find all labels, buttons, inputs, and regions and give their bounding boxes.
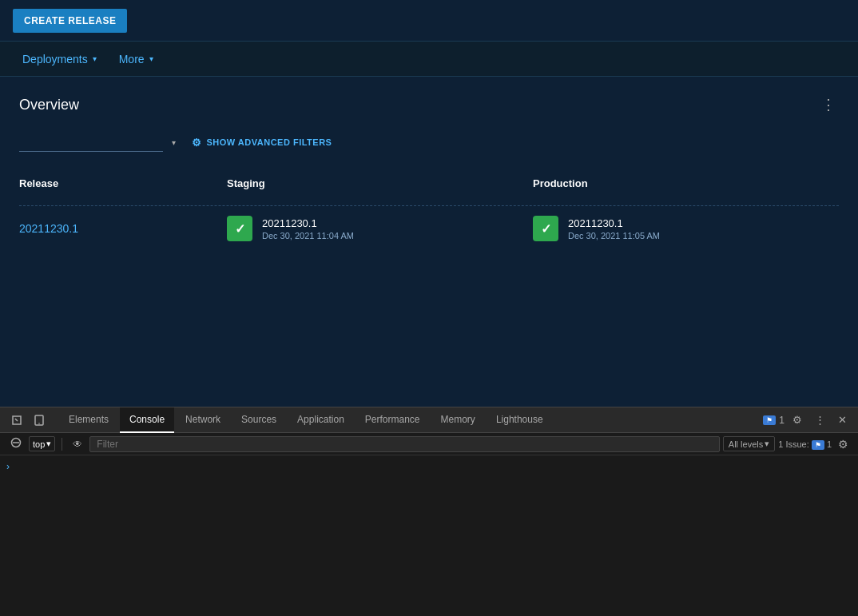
staging-version: 20211230.1	[262, 217, 354, 229]
console-filter-input[interactable]	[89, 436, 720, 452]
header-staging: Staging	[227, 177, 533, 189]
more-nav-item[interactable]: More ▾	[109, 45, 163, 74]
top-selector-chevron: ▾	[46, 439, 51, 449]
top-selector[interactable]: top ▾	[29, 436, 55, 451]
issue-count-label: 1 Issue: ⚑ 1	[778, 439, 832, 449]
filter-chevron-icon: ▾	[172, 138, 176, 147]
production-date: Dec 30, 2021 11:05 AM	[568, 231, 660, 240]
deployments-chevron-icon: ▾	[93, 54, 97, 63]
staging-cell: ✓ 20211230.1 Dec 30, 2021 11:04 AM	[227, 216, 533, 241]
overview-header: Overview ⋮	[19, 93, 839, 117]
table-row: 20211230.1 ✓ 20211230.1 Dec 30, 2021 11:…	[19, 205, 839, 251]
flag-icon: ⚑	[763, 415, 776, 425]
console-input-chevron[interactable]: ›	[6, 461, 10, 472]
console-eye-icon[interactable]: 👁	[69, 437, 86, 451]
release-cell: 20211230.1	[19, 221, 227, 236]
deployments-nav-item[interactable]: Deployments ▾	[13, 45, 106, 74]
more-label: More	[119, 53, 145, 66]
production-cell: ✓ 20211230.1 Dec 30, 2021 11:05 AM	[533, 216, 839, 241]
divider	[62, 438, 62, 451]
header-release: Release	[19, 177, 227, 189]
staging-deployment-info: 20211230.1 Dec 30, 2021 11:04 AM	[262, 217, 354, 240]
overflow-menu-button[interactable]: ⋮	[818, 93, 839, 117]
devtools-close-button[interactable]: ✕	[833, 411, 852, 429]
log-levels-button[interactable]: All levels ▾	[723, 436, 775, 451]
issues-count: 1	[779, 415, 785, 426]
console-settings-button[interactable]: ⚙	[835, 436, 852, 452]
staging-success-badge: ✓	[227, 216, 252, 241]
filters-row: ▾ ⚙ SHOW ADVANCED FILTERS	[19, 133, 839, 152]
issue-flag-icon: ⚑	[812, 440, 824, 450]
devtools-right-actions: ⚑ 1 ⚙ ⋮ ✕	[763, 411, 852, 429]
tab-application[interactable]: Application	[288, 407, 354, 433]
console-content: ›	[0, 455, 858, 616]
create-release-button[interactable]: CREATE RELEASE	[13, 9, 127, 33]
overview-title: Overview	[19, 97, 79, 113]
show-advanced-filters-button[interactable]: ⚙ SHOW ADVANCED FILTERS	[192, 137, 332, 149]
tab-lighthouse[interactable]: Lighthouse	[487, 407, 553, 433]
filter-icon: ⚙	[192, 137, 202, 149]
all-levels-chevron-icon: ▾	[765, 439, 769, 449]
release-table: Release Staging Production 20211230.1 ✓ …	[19, 171, 839, 251]
devtools-inspect-icon[interactable]	[6, 411, 27, 429]
svg-point-1	[38, 423, 40, 424]
console-toolbar: top ▾ 👁 All levels ▾ 1 Issue: ⚑ 1 ⚙	[0, 433, 858, 455]
filter-dropdown-wrapper: ▾	[19, 133, 179, 152]
advanced-filters-label: SHOW ADVANCED FILTERS	[207, 137, 332, 147]
devtools-panel: Elements Console Network Sources Applica…	[0, 407, 858, 616]
devtools-more-button[interactable]: ⋮	[810, 411, 830, 429]
top-bar: CREATE RELEASE	[0, 0, 858, 42]
issues-badge: ⚑ 1	[763, 415, 785, 426]
tab-memory[interactable]: Memory	[431, 407, 485, 433]
tab-performance[interactable]: Performance	[356, 407, 430, 433]
staging-check-icon: ✓	[235, 221, 245, 236]
production-deployment-info: 20211230.1 Dec 30, 2021 11:05 AM	[568, 217, 660, 240]
top-selector-label: top	[33, 439, 45, 449]
nav-bar: Deployments ▾ More ▾	[0, 42, 858, 77]
production-version: 20211230.1	[568, 217, 660, 229]
release-link[interactable]: 20211230.1	[19, 222, 78, 235]
devtools-device-icon[interactable]	[29, 411, 50, 429]
devtools-tab-bar: Elements Console Network Sources Applica…	[0, 407, 858, 433]
tab-network[interactable]: Network	[176, 407, 230, 433]
more-chevron-icon: ▾	[149, 54, 153, 63]
header-production: Production	[533, 177, 839, 189]
filter-dropdown[interactable]	[19, 133, 163, 152]
table-header: Release Staging Production	[19, 171, 839, 196]
tab-elements[interactable]: Elements	[59, 407, 118, 433]
main-content: Overview ⋮ ▾ ⚙ SHOW ADVANCED FILTERS Rel…	[0, 77, 858, 407]
all-levels-label: All levels	[729, 439, 763, 449]
devtools-settings-button[interactable]: ⚙	[788, 411, 807, 429]
tab-sources[interactable]: Sources	[232, 407, 286, 433]
deployments-label: Deployments	[22, 53, 88, 66]
production-check-icon: ✓	[541, 221, 551, 236]
production-success-badge: ✓	[533, 216, 558, 241]
console-ban-icon[interactable]	[6, 435, 26, 452]
staging-date: Dec 30, 2021 11:04 AM	[262, 231, 354, 240]
tab-console[interactable]: Console	[120, 407, 174, 433]
